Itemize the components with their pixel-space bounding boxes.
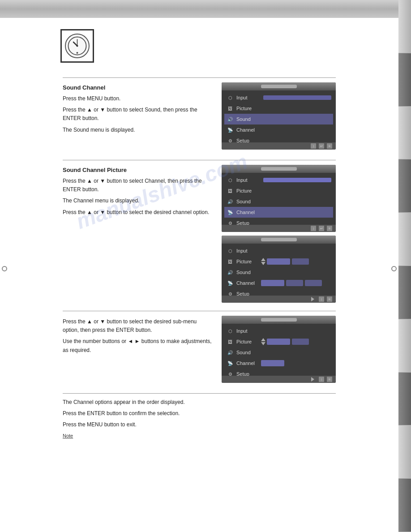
tv-channel-label-2b: Channel bbox=[236, 280, 261, 286]
right-tab-5 bbox=[398, 213, 411, 266]
right-tab-4 bbox=[398, 159, 411, 213]
sound-channel-picture-p2: The Channel menu is displayed. bbox=[63, 197, 213, 205]
section-divider-1 bbox=[63, 77, 336, 78]
right-tab-9 bbox=[398, 425, 411, 479]
tv-menu-channel-2a: 📡 Channel bbox=[224, 207, 333, 218]
channel-icon-1: 📡 bbox=[226, 126, 234, 134]
tv-header-bar-2b bbox=[261, 238, 297, 241]
sound-channel-text: Sound Channel Press the MENU button. Pre… bbox=[63, 82, 222, 137]
tv-input-bar-1 bbox=[263, 95, 331, 100]
sound-icon-3: 🔊 bbox=[226, 348, 234, 356]
tv-picture-label-3: Picture bbox=[236, 339, 261, 344]
sound-channel-p1: Press the MENU button. bbox=[63, 94, 213, 103]
tv-menu-input-3: ⬡ Input bbox=[224, 326, 333, 336]
tv-channel-label-1: Channel bbox=[236, 127, 261, 133]
main-content: Sound Channel Press the MENU button. Pre… bbox=[0, 18, 398, 532]
tv-header-2a bbox=[222, 165, 336, 173]
tv-header-3 bbox=[222, 316, 336, 324]
tv-screenshot-sound-channel: ⬡ Input 🖼 Picture 🔊 Sound 📡 Channel bbox=[222, 82, 336, 150]
right-tab-3 bbox=[398, 107, 411, 160]
tv-footer-arrow-2a: ↕ bbox=[311, 226, 316, 231]
right-tab-7 bbox=[398, 319, 411, 373]
input-icon-2a: ⬡ bbox=[226, 176, 234, 184]
tv-footer-updown-2b: ↕ bbox=[319, 296, 324, 302]
tv-menu-input-1: ⬡ Input bbox=[224, 92, 333, 103]
third-section-text: Press the ▲ or ▼ button to select the de… bbox=[63, 316, 222, 357]
channel-icon-2b: 📡 bbox=[226, 279, 234, 287]
tv-menu-picture-2b: 🖼 Picture bbox=[224, 256, 333, 267]
picture-icon-1: 🖼 bbox=[226, 104, 234, 112]
tv-menu-picture-2a: 🖼 Picture bbox=[224, 185, 333, 196]
input-icon-2b: ⬡ bbox=[226, 247, 234, 255]
picture-arrow-up-2b bbox=[261, 258, 265, 261]
tv-footer-1: ↕ ↵ ≡ bbox=[222, 142, 336, 150]
tv-footer-updown-3: ↕ bbox=[319, 377, 324, 382]
section-divider-2 bbox=[63, 160, 336, 160]
third-p1: Press the ▲ or ▼ button to select the de… bbox=[63, 317, 213, 335]
tv-menu-sound-2a: 🔊 Sound bbox=[224, 196, 333, 207]
input-icon-1: ⬡ bbox=[226, 94, 234, 102]
right-tab-1 bbox=[398, 0, 411, 53]
tv-header-2b bbox=[222, 236, 336, 244]
bottom-p3: Press the MENU button to exit. bbox=[63, 420, 336, 429]
tv-sound-label-3: Sound bbox=[236, 350, 261, 355]
picture-icon-2b: 🖼 bbox=[226, 257, 234, 266]
right-tab-8 bbox=[398, 373, 411, 426]
third-p2: Use the number buttons or ◄ ► buttons to… bbox=[63, 337, 213, 354]
bottom-section: The Channel options appear in the order … bbox=[63, 393, 336, 447]
tv-picture-label-1: Picture bbox=[236, 106, 261, 111]
sound-channel-p2: Press the ▲ or ▼ button to select Sound,… bbox=[63, 106, 213, 123]
screenshots-col-2: ⬡ Input 🖼 Picture 🔊 Sound 📡 Channe bbox=[222, 165, 336, 303]
note-label: Note bbox=[63, 433, 73, 438]
sound-channel-picture-p3: Press the ▲ or ▼ button to select the de… bbox=[63, 208, 213, 217]
tv-input-label-1: Input bbox=[236, 95, 261, 100]
tv-header-1 bbox=[222, 82, 336, 90]
picture-arrow-down-2b bbox=[261, 262, 265, 265]
tv-menu-channel-1: 📡 Channel bbox=[224, 124, 333, 135]
right-tab-strip bbox=[398, 0, 411, 532]
tv-menu-sound-3: 🔊 Sound bbox=[224, 347, 333, 358]
section-divider-3 bbox=[63, 311, 336, 311]
tv-footer-3: ↕ ≡ bbox=[222, 376, 336, 383]
picture-arrow-up-3 bbox=[261, 338, 265, 341]
tv-sound-label-2a: Sound bbox=[236, 199, 261, 204]
tv-footer-arrow-right-2b bbox=[311, 297, 314, 301]
bottom-p1: The Channel options appear in the order … bbox=[63, 398, 336, 407]
tv-footer-enter-1: ↵ bbox=[319, 143, 324, 149]
section-third: Press the ▲ or ▼ button to select the de… bbox=[63, 316, 336, 385]
picture-field2-2b bbox=[292, 258, 309, 265]
tv-menu-picture-3: 🖼 Picture bbox=[224, 336, 333, 347]
sound-channel-title: Sound Channel bbox=[63, 84, 213, 91]
sound-channel-p3: The Sound menu is displayed. bbox=[63, 126, 213, 134]
tv-menu-input-2b: ⬡ Input bbox=[224, 245, 333, 256]
tv-header-bar-1 bbox=[261, 85, 297, 88]
picture-icon-2a: 🖼 bbox=[226, 187, 234, 195]
tv-input-label-2b: Input bbox=[236, 248, 261, 253]
sound-channel-picture-p1: Press the ▲ or ▼ button to select Channe… bbox=[63, 177, 213, 194]
bottom-divider bbox=[63, 393, 336, 394]
channel-icon-3: 📡 bbox=[226, 359, 234, 367]
tv-input-label-2a: Input bbox=[236, 177, 261, 183]
channel-field1-3 bbox=[261, 360, 284, 366]
input-icon-3: ⬡ bbox=[226, 327, 234, 335]
tv-sound-label-2b: Sound bbox=[236, 270, 261, 275]
tv-screenshot-3: ⬡ Input 🖼 Picture 🔊 Sound bbox=[222, 316, 336, 383]
top-bar bbox=[0, 0, 411, 18]
right-tab-6 bbox=[398, 266, 411, 319]
tv-menu-channel-3: 📡 Channel bbox=[224, 358, 333, 369]
tv-menu-3: ⬡ Input 🖼 Picture 🔊 Sound bbox=[222, 324, 336, 381]
sound-icon-2a: 🔊 bbox=[226, 197, 234, 206]
sound-icon-1: 🔊 bbox=[226, 115, 234, 123]
tv-menu-sound-2b: 🔊 Sound bbox=[224, 267, 333, 278]
tv-footer-menu-2a: ≡ bbox=[327, 226, 332, 231]
picture-field1-2b bbox=[267, 258, 290, 265]
tv-channel-label-2a: Channel bbox=[236, 210, 261, 215]
tv-footer-menu-3: ≡ bbox=[327, 377, 332, 382]
tv-sound-label-1: Sound bbox=[236, 116, 261, 122]
tv-picture-label-2b: Picture bbox=[236, 259, 261, 264]
tv-footer-arrow-right-3 bbox=[311, 377, 314, 382]
channel-field1-2b bbox=[261, 280, 284, 286]
tv-menu-1: ⬡ Input 🖼 Picture 🔊 Sound 📡 Channel bbox=[222, 90, 336, 148]
tv-picture-label-2a: Picture bbox=[236, 188, 261, 193]
tv-header-bar-3 bbox=[261, 318, 297, 322]
